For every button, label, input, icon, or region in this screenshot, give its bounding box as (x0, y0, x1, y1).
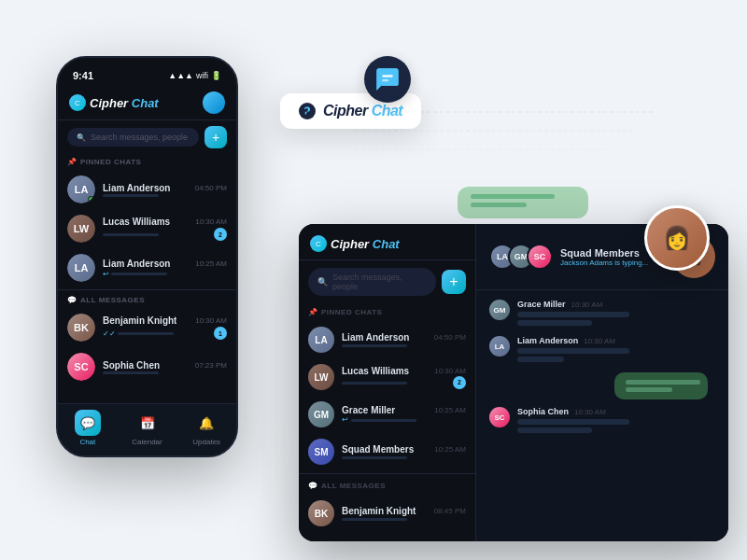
desktop-chat-liam[interactable]: LA Liam Anderson 04:50 PM (299, 321, 475, 358)
desktop-avatar-grace: GM (308, 401, 334, 427)
desktop-time-benjamin: 08:45 PM (434, 507, 466, 515)
desktop-search-placeholder: Search messages, people (332, 273, 427, 291)
floating-avatar: 👩 (644, 205, 710, 271)
chat-time: 04:50 PM (195, 184, 227, 192)
desktop-all-label: ALL MESSAGES (321, 482, 386, 490)
desktop-info-liam: Liam Anderson 04:50 PM (342, 332, 466, 347)
logo-text: Cipher Chat (90, 96, 159, 110)
message-avatar-sophia: SC (489, 407, 510, 427)
green-bubble-float (458, 187, 588, 218)
desktop-search-area: 🔍 Search messages, people + (299, 260, 475, 303)
message-time-grace: 10:30 AM (571, 301, 603, 309)
brand-logo-text: Cipher Chat (323, 103, 402, 119)
chat-info-benjamin: Benjamin Knight 10:30 AM ✓✓ 1 (103, 315, 227, 340)
message-sender-grace: Grace Miller (517, 300, 566, 309)
desktop-pinned-label: PINNED CHATS (321, 308, 382, 316)
search-icon: 🔍 (77, 133, 86, 142)
phone-chat-item-sophia[interactable]: SC Sophia Chen 07:23 PM (58, 347, 236, 386)
desktop-search-bar[interactable]: 🔍 Search messages, people (308, 268, 436, 296)
unread-badge: 2 (214, 228, 227, 241)
chat-name-liam2: Liam Anderson (103, 259, 170, 269)
desktop-sidebar: C Cipher Chat 🔍 Search messages, people … (299, 224, 476, 541)
phone-chat-item-benjamin[interactable]: BK Benjamin Knight 10:30 AM ✓✓ 1 (58, 308, 236, 347)
desktop-logo-text: Cipher Chat (331, 237, 400, 251)
chat-info: Liam Anderson 04:50 PM (103, 183, 227, 197)
phone-search-bar[interactable]: 🔍 Search messages, people (67, 128, 199, 147)
desktop-info-squad: Squad Members 10:25 AM (342, 444, 466, 459)
phone-add-button[interactable]: + (204, 126, 227, 148)
message-avatar-liam: LA (489, 336, 510, 357)
desktop-all-section: 💬 ALL MESSAGES (299, 477, 475, 495)
phone-chat-item[interactable]: LA Liam Anderson 04:50 PM (58, 170, 236, 209)
phone-search-area: 🔍 Search messages, people + (58, 120, 236, 154)
desktop-avatar-benjamin: BK (308, 500, 334, 526)
desktop-add-button[interactable]: + (442, 270, 466, 294)
phone-all-section: 💬 ALL MESSAGES (58, 292, 236, 308)
green-message-block (489, 372, 715, 399)
message-content-liam: Liam Anderson 10:30 AM (517, 336, 715, 365)
chat-info-liam2: Liam Anderson 10:25 AM ↩ (103, 259, 227, 278)
desktop-info-grace: Grace Miller 10:25 AM ↩ (342, 405, 466, 424)
message-content-grace: Grace Miller 10:30 AM (517, 300, 715, 329)
desktop-pinned-section: 📌 PINNED CHATS (299, 303, 475, 321)
chat-name-sophia: Sophia Chen (103, 360, 160, 371)
squad-text: Squad Members Jackson Adams is typing... (560, 247, 648, 267)
phone-mockup: 9:41 ▲▲▲ wifi 🔋 C Cipher Chat 🔍 Search m… (56, 56, 238, 457)
updates-nav-label: Updates (192, 438, 220, 446)
calendar-nav-label: Calendar (132, 438, 162, 446)
chat-bubble-icon (364, 56, 411, 103)
desktop-name-liam: Liam Anderson (342, 332, 409, 343)
chat-nav-icon: 💬 (75, 410, 101, 436)
desktop-mockup: C Cipher Chat 🔍 Search messages, people … (299, 224, 728, 541)
unread-badge-benjamin: 1 (214, 327, 227, 340)
phone-chat-item-lucas[interactable]: LW Lucas Williams 10:30 AM 2 (58, 209, 236, 248)
message-row-sophia: SC Sophia Chen 10:30 AM (489, 407, 715, 436)
desktop-name-benjamin: Benjamin Knight (342, 506, 416, 516)
desktop-search-icon: 🔍 (317, 277, 328, 287)
desktop-name-grace: Grace Miller (342, 405, 395, 415)
phone-chat-item-liam2[interactable]: LA Liam Anderson 10:25 AM ↩ (58, 248, 236, 287)
message-avatar-grace: GM (489, 300, 510, 320)
chat-info-lucas: Lucas Williams 10:30 AM 2 (103, 217, 227, 241)
phone-header: C Cipher Chat (58, 86, 236, 120)
desktop-logo-icon: C (310, 235, 327, 252)
updates-nav-icon: 🔔 (193, 410, 219, 436)
phone-time: 9:41 (73, 70, 93, 81)
chat-name-lucas: Lucas Williams (103, 217, 170, 227)
desktop-chat-benjamin[interactable]: BK Benjamin Knight 08:45 PM (299, 495, 475, 532)
pinned-label: PINNED CHATS (80, 158, 141, 166)
chat-time-liam2: 10:25 AM (195, 259, 227, 268)
phone-bottom-nav: 💬 Chat 📅 Calendar 🔔 Updates (58, 403, 236, 455)
user-avatar[interactable] (203, 91, 225, 114)
desktop-badge-lucas: 2 (453, 376, 466, 389)
phone-notch: 9:41 ▲▲▲ wifi 🔋 (58, 58, 236, 86)
calendar-nav-icon: 📅 (134, 410, 161, 436)
desktop-name-squad: Squad Members (342, 444, 414, 455)
message-row-grace: GM Grace Miller 10:30 AM (489, 300, 715, 329)
wifi-icon: wifi (196, 71, 208, 80)
phone-search-text: Search messages, people (91, 133, 188, 142)
desktop-logo: C Cipher Chat (310, 235, 400, 252)
desktop-info-lucas: Lucas Williams 10:30 AM 2 (342, 366, 466, 389)
phone-pinned-section: 📌 PINNED CHATS (58, 154, 236, 170)
chat-name: Liam Anderson (103, 183, 170, 193)
nav-updates[interactable]: 🔔 Updates (176, 410, 236, 446)
squad-name: Squad Members (560, 247, 648, 259)
nav-chat[interactable]: 💬 Chat (58, 410, 118, 446)
nav-calendar[interactable]: 📅 Calendar (118, 410, 177, 446)
desktop-chat-lucas[interactable]: LW Lucas Williams 10:30 AM 2 (299, 358, 475, 396)
desktop-avatar-liam: LA (308, 327, 334, 353)
desktop-time-squad: 10:25 AM (434, 445, 466, 454)
desktop-chat-squad[interactable]: SM Squad Members 10:25 AM (299, 433, 475, 470)
desktop-time-lucas: 10:30 AM (434, 367, 466, 375)
desktop-chat-grace[interactable]: GM Grace Miller 10:25 AM ↩ (299, 396, 475, 433)
svg-rect-3 (382, 75, 393, 77)
desktop-name-lucas: Lucas Williams (342, 366, 409, 376)
svg-point-5 (299, 103, 316, 119)
chat-messages: GM Grace Miller 10:30 AM LA Liam Anderso… (476, 290, 728, 541)
desktop-time-liam: 04:50 PM (434, 333, 466, 342)
chat-time-lucas: 10:30 AM (195, 217, 227, 226)
message-time-sophia: 10:30 AM (574, 408, 606, 416)
phone-status-icons: ▲▲▲ wifi 🔋 (168, 71, 221, 80)
squad-avatars: LA GM SC (489, 244, 553, 270)
